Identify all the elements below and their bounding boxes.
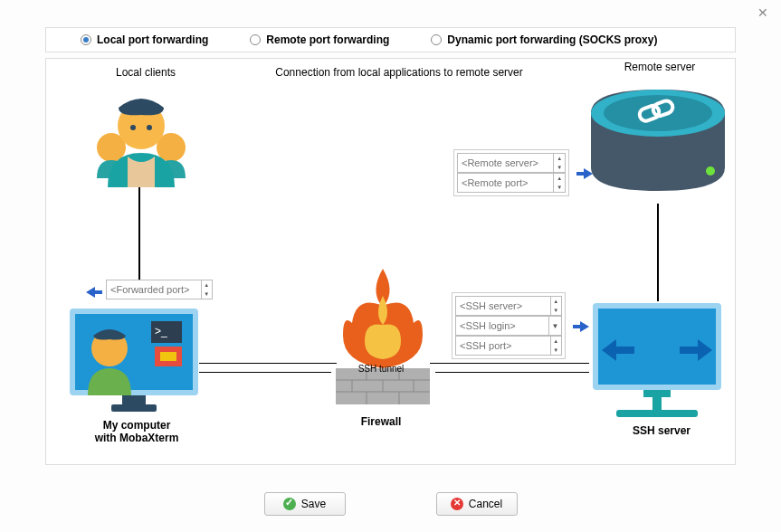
button-row: Save Cancel bbox=[0, 492, 781, 516]
firewall-icon bbox=[329, 269, 437, 410]
forwarded-port-field[interactable] bbox=[107, 284, 201, 295]
connection-line bbox=[657, 204, 659, 301]
spinner-icon[interactable] bbox=[550, 297, 562, 315]
tab-remote-port-forwarding[interactable]: Remote port forwarding bbox=[243, 28, 396, 52]
connection-line bbox=[138, 187, 140, 292]
remote-port-field[interactable] bbox=[458, 177, 553, 188]
diagram-heading: Connection from local applications to re… bbox=[254, 66, 544, 79]
label-local-clients: Local clients bbox=[91, 66, 200, 79]
spinner-icon[interactable] bbox=[550, 337, 562, 355]
check-icon bbox=[283, 498, 296, 510]
svg-rect-28 bbox=[616, 410, 698, 417]
svg-rect-12 bbox=[122, 395, 146, 404]
radio-icon bbox=[81, 34, 91, 45]
save-label: Save bbox=[301, 498, 326, 510]
svg-rect-26 bbox=[643, 390, 671, 397]
connection-line bbox=[199, 372, 331, 373]
dropdown-icon[interactable]: ▼ bbox=[548, 317, 561, 335]
svg-rect-27 bbox=[652, 397, 662, 410]
local-clients-icon bbox=[82, 81, 200, 189]
tab-local-port-forwarding[interactable]: Local port forwarding bbox=[73, 28, 215, 52]
svg-rect-13 bbox=[111, 404, 157, 412]
label-ssh-server: SSH server bbox=[616, 424, 707, 437]
forwarded-port-input[interactable] bbox=[106, 280, 213, 299]
tab-label: Remote port forwarding bbox=[266, 33, 389, 46]
diagram-panel: Local clients Connection from local appl… bbox=[45, 58, 736, 465]
spinner-icon[interactable] bbox=[553, 174, 565, 192]
connection-line bbox=[430, 363, 589, 364]
arrow-left-icon bbox=[86, 287, 95, 298]
arrow-right-icon bbox=[584, 168, 593, 179]
tab-label: Local port forwarding bbox=[97, 33, 208, 46]
arrow-right-icon bbox=[580, 321, 589, 332]
svg-rect-11 bbox=[160, 352, 176, 361]
radio-icon bbox=[431, 34, 442, 45]
cancel-icon bbox=[451, 498, 463, 510]
remote-port-input[interactable] bbox=[457, 173, 566, 193]
svg-point-33 bbox=[706, 166, 715, 176]
ssh-server-icon bbox=[589, 299, 725, 435]
connection-line bbox=[435, 372, 589, 373]
my-computer-icon: >_ bbox=[66, 305, 202, 432]
ssh-login-field[interactable] bbox=[456, 320, 548, 331]
tab-dynamic-port-forwarding[interactable]: Dynamic port forwarding (SOCKS proxy) bbox=[424, 28, 664, 52]
label-remote-server: Remote server bbox=[605, 61, 714, 73]
tab-bar: Local port forwarding Remote port forwar… bbox=[45, 27, 736, 52]
remote-server-icon bbox=[586, 77, 730, 204]
svg-point-4 bbox=[147, 125, 152, 130]
save-button[interactable]: Save bbox=[264, 492, 346, 516]
spinner-icon[interactable] bbox=[553, 154, 565, 172]
ssh-server-input[interactable] bbox=[455, 296, 562, 316]
radio-icon bbox=[250, 34, 261, 45]
remote-server-field[interactable] bbox=[458, 157, 553, 168]
ssh-server-field[interactable] bbox=[456, 300, 550, 311]
cancel-button[interactable]: Cancel bbox=[436, 492, 518, 516]
svg-text:>_: >_ bbox=[155, 325, 167, 337]
label-my-computer: My computer with MobaXterm bbox=[82, 419, 191, 444]
label-ssh-tunnel: SSH tunnel bbox=[354, 364, 408, 374]
svg-point-3 bbox=[130, 125, 136, 130]
tab-label: Dynamic port forwarding (SOCKS proxy) bbox=[447, 33, 657, 46]
spinner-icon[interactable] bbox=[201, 280, 213, 299]
ssh-port-input[interactable] bbox=[455, 336, 562, 356]
label-firewall: Firewall bbox=[345, 415, 417, 428]
cancel-label: Cancel bbox=[469, 498, 502, 510]
ssh-login-input[interactable]: ▼ bbox=[455, 316, 562, 336]
remote-server-input[interactable] bbox=[457, 153, 566, 173]
ssh-port-field[interactable] bbox=[456, 340, 550, 351]
connection-line bbox=[199, 363, 337, 364]
close-icon[interactable]: ✕ bbox=[757, 5, 768, 20]
